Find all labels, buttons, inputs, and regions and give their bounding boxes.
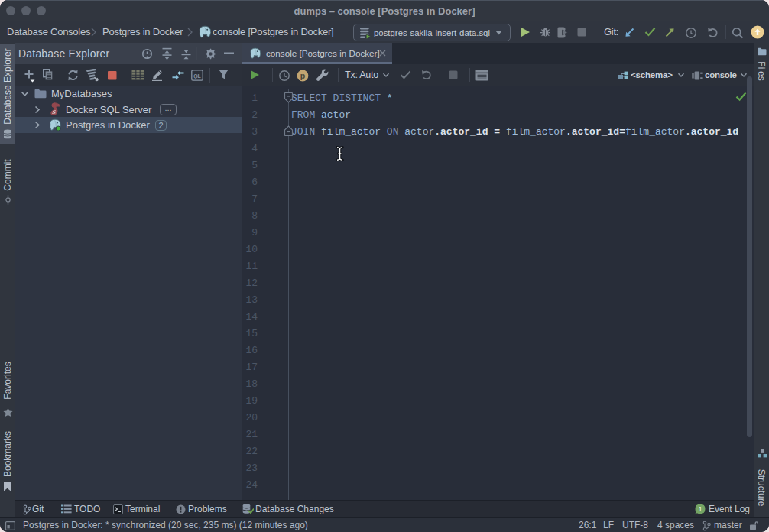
svg-text:QL: QL	[193, 73, 201, 79]
svg-text:p: p	[300, 71, 305, 80]
svg-text:1: 1	[699, 504, 702, 513]
